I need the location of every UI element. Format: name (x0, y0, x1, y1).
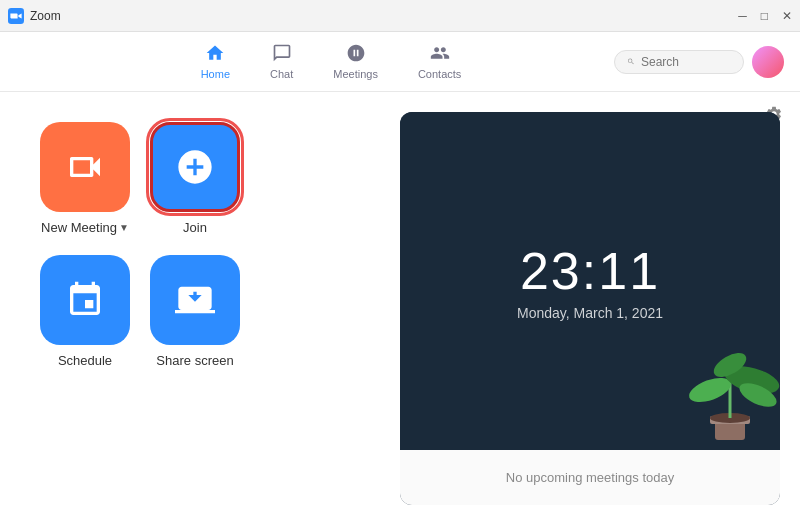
tab-chat[interactable]: Chat (250, 37, 313, 86)
title-bar: Zoom ─ □ ✕ (0, 0, 800, 32)
nav-search-area (614, 46, 784, 78)
share-screen-button[interactable] (150, 255, 240, 345)
tab-contacts-label: Contacts (418, 68, 461, 80)
title-bar-left: Zoom (8, 8, 61, 24)
search-icon (627, 55, 635, 68)
contacts-icon (430, 43, 450, 66)
clock-date: Monday, March 1, 2021 (517, 305, 663, 321)
search-box[interactable] (614, 50, 744, 74)
schedule-button[interactable] (40, 255, 130, 345)
clock-time: 23:11 (520, 241, 660, 301)
nav-tabs: Home Chat Meetings (48, 37, 614, 86)
tab-home-label: Home (201, 68, 230, 80)
action-row-2: Schedule Share screen (40, 255, 340, 368)
tab-contacts[interactable]: Contacts (398, 37, 481, 86)
schedule-action[interactable]: Schedule (40, 255, 130, 368)
left-panel: New Meeting ▼ Join (0, 92, 380, 525)
calendar-icon (65, 280, 105, 320)
home-icon (205, 43, 225, 66)
no-meetings-message: No upcoming meetings today (400, 450, 780, 505)
clock-area: 23:11 Monday, March 1, 2021 (400, 112, 780, 450)
tab-home[interactable]: Home (181, 37, 250, 86)
schedule-label: Schedule (58, 353, 112, 368)
tab-meetings-label: Meetings (333, 68, 378, 80)
video-camera-icon (65, 147, 105, 187)
action-row-1: New Meeting ▼ Join (40, 122, 340, 235)
new-meeting-action[interactable]: New Meeting ▼ (40, 122, 130, 235)
app-title: Zoom (30, 9, 61, 23)
join-label: Join (183, 220, 207, 235)
right-panel: 23:11 Monday, March 1, 2021 (380, 92, 800, 525)
nav-bar: Home Chat Meetings (0, 32, 800, 92)
content-area: New Meeting ▼ Join (0, 92, 800, 525)
clock-card: 23:11 Monday, March 1, 2021 (400, 112, 780, 505)
share-screen-label: Share screen (156, 353, 233, 368)
avatar[interactable] (752, 46, 784, 78)
search-input[interactable] (641, 55, 731, 69)
avatar-image (752, 46, 784, 78)
close-button[interactable]: ✕ (782, 10, 792, 22)
tab-chat-label: Chat (270, 68, 293, 80)
share-screen-icon (175, 280, 215, 320)
join-button[interactable] (150, 122, 240, 212)
plant-decoration (680, 330, 780, 450)
dropdown-arrow-icon: ▼ (119, 222, 129, 233)
new-meeting-button[interactable] (40, 122, 130, 212)
chat-icon (272, 43, 292, 66)
zoom-logo-icon (8, 8, 24, 24)
maximize-button[interactable]: □ (761, 10, 768, 22)
new-meeting-label-group: New Meeting ▼ (41, 220, 129, 235)
join-action[interactable]: Join (150, 122, 240, 235)
minimize-button[interactable]: ─ (738, 10, 747, 22)
plant-icon (680, 330, 780, 450)
title-bar-controls: ─ □ ✕ (738, 10, 792, 22)
tab-meetings[interactable]: Meetings (313, 37, 398, 86)
plus-circle-icon (175, 147, 215, 187)
meetings-icon (346, 43, 366, 66)
share-screen-action[interactable]: Share screen (150, 255, 240, 368)
new-meeting-label: New Meeting (41, 220, 117, 235)
